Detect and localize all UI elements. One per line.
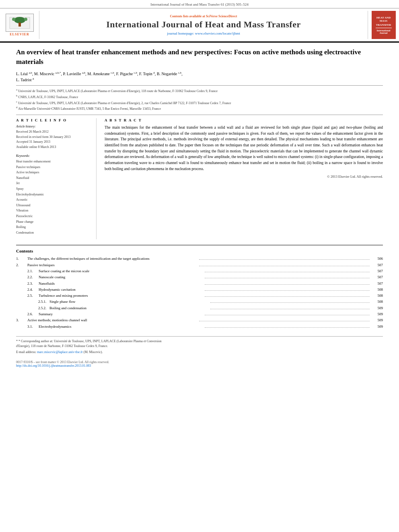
journal-right-logo: HEAT AND MASS TRANSFER International Jou… xyxy=(368,11,396,39)
kw-5: Jet xyxy=(16,181,91,186)
toc-label-2-3: Nanofluids xyxy=(39,281,204,287)
svg-point-3 xyxy=(12,18,15,21)
corr-author-label: * Corresponding author at: xyxy=(19,339,53,343)
toc-num-3: 3. xyxy=(16,317,27,323)
toc-page-2-5: 508 xyxy=(371,293,383,299)
toc-num-2-6: 2.6. xyxy=(27,311,39,317)
homepage-label: journal homepage: xyxy=(167,31,194,35)
svg-point-4 xyxy=(24,18,27,21)
abstract-column: A B S T R A C T The main techniques for … xyxy=(105,118,383,240)
elsevier-logo-image xyxy=(6,14,34,32)
toc-num-2-5-1: 2.5.1. xyxy=(38,299,49,305)
toc-dots-3-1 xyxy=(205,327,370,328)
abstract-text: The main techniques for the enhancement … xyxy=(105,125,383,172)
affil-c: c Université de Toulouse, UPS, INPT, LAP… xyxy=(16,100,383,106)
two-column-section: A R T I C L E I N F O Article history: R… xyxy=(16,115,383,240)
corresponding-author-note: * * Corresponding author at: Université … xyxy=(16,339,169,349)
journal-reference: International Journal of Heat and Mass T… xyxy=(0,0,399,8)
toc-dots-3 xyxy=(199,321,370,321)
article-info-title: A R T I C L E I N F O xyxy=(16,118,91,122)
article-history: Article history: Received 26 March 2012 … xyxy=(16,125,91,150)
right-logo-box: HEAT AND MASS TRANSFER International Jou… xyxy=(372,11,396,39)
toc-label-2-5-1: Single phase flow xyxy=(49,299,209,305)
toc-item-3: 3. Active methods; motionless channel wa… xyxy=(16,317,383,323)
toc-label-2-5: Turbulence and mixing promoters xyxy=(39,293,204,299)
kw-12: Phase change xyxy=(16,219,91,225)
toc-item-3-1: 3.1. Electrohydrodynamics 509 xyxy=(16,324,383,330)
toc-dots-2-6 xyxy=(205,315,370,315)
right-logo-sub: International Journal xyxy=(373,29,394,34)
kw-11: Piezoelectric xyxy=(16,214,91,219)
keywords-section: Keywords: Heat transfer enhancement Pass… xyxy=(16,154,91,235)
toc-label-2-1: Surface coating at the micron scale xyxy=(39,268,204,274)
toc-num-2-1: 2.1. xyxy=(27,268,39,274)
journal-homepage: journal homepage: www.elsevier.com/locat… xyxy=(167,31,240,35)
keywords-title: Keywords: xyxy=(16,154,91,158)
email-address[interactable]: marc.miscevic@laplace.univ-tlse.fr xyxy=(37,350,83,354)
affil-d: d Aix-Marseille Université-CNRS Laborato… xyxy=(16,105,383,111)
toc-dots-2-5-1 xyxy=(210,302,370,303)
toc-dots-2-1 xyxy=(205,272,370,272)
right-logo-text: HEAT AND MASS xyxy=(373,16,394,23)
elsevier-text: ELSEVIER xyxy=(10,33,29,36)
article-title: An overview of heat transfer enhancement… xyxy=(16,47,383,67)
sciverse-prefix: Contents lists available at xyxy=(170,14,206,18)
contents-section: Contents 1. The challenges, the differen… xyxy=(16,245,383,330)
toc-num-2-3: 2.3. xyxy=(27,281,39,287)
toc-item-2-5: 2.5. Turbulence and mixing promoters 508 xyxy=(16,293,383,299)
affil-a: a Université de Toulouse, UPS, INPT, LAP… xyxy=(16,88,383,94)
svg-point-1 xyxy=(14,17,25,23)
journal-ref-text: International Journal of Heat and Mass T… xyxy=(150,2,249,6)
keywords-list: Heat transfer enhancement Passive techni… xyxy=(16,159,91,235)
contents-title: Contents xyxy=(16,249,383,253)
toc-dots-2-5 xyxy=(205,296,370,297)
toc-dots-1 xyxy=(199,259,370,260)
toc-dots-2-3 xyxy=(205,284,370,285)
toc-item-2: 2. Passive techniques 507 xyxy=(16,262,383,268)
toc-num-1: 1. xyxy=(16,256,27,262)
toc-label-2-4: Hydrodynamic cavitation xyxy=(39,287,204,293)
svg-rect-2 xyxy=(19,23,21,27)
right-logo-divider xyxy=(376,28,392,28)
bottom-left: 0017-9310/$ – see front matter © 2013 El… xyxy=(16,360,109,368)
toc-label-3-1: Electrohydrodynamics xyxy=(39,324,204,330)
kw-1: Heat transfer enhancement xyxy=(16,159,91,164)
history-title: Article history: xyxy=(16,125,91,128)
available-date: Available online 8 March 2013 xyxy=(16,145,91,150)
homepage-url[interactable]: www.elsevier.com/locate/ijhmt xyxy=(195,31,240,35)
toc-page-1: 506 xyxy=(371,256,383,262)
toc-label-2: Passive techniques xyxy=(27,262,198,268)
toc-page-2-6: 509 xyxy=(371,311,383,317)
toc-num-2: 2. xyxy=(16,262,27,268)
toc-page-2-3: 507 xyxy=(371,281,383,287)
email-label: E-mail address: xyxy=(16,350,36,354)
toc-item-2-5-2: 2.5.2. Boiling and condensation 509 xyxy=(16,305,383,311)
toc-page-2-4: 508 xyxy=(371,287,383,293)
toc-item-2-3: 2.3. Nanofluids 507 xyxy=(16,281,383,287)
main-content: An overview of heat transfer enhancement… xyxy=(0,43,399,372)
kw-13: Boiling xyxy=(16,224,91,230)
toc-num-2-4: 2.4. xyxy=(27,287,39,293)
journal-center: Contents lists available at SciVerse Sci… xyxy=(43,11,364,39)
toc-num-2-5: 2.5. xyxy=(27,293,39,299)
toc-page-2-2: 507 xyxy=(371,274,383,280)
sciverse-line: Contents lists available at SciVerse Sci… xyxy=(170,14,237,18)
toc-page-2-5-2: 509 xyxy=(371,305,383,311)
toc-dots-2-5-2 xyxy=(210,309,370,309)
page: International Journal of Heat and Mass T… xyxy=(0,0,399,532)
kw-4: Nanofluid xyxy=(16,175,91,181)
toc-label-2-6: Summary xyxy=(39,311,204,317)
doi-link[interactable]: http://dx.doi.org/10.1016/j.ijheatmasstr… xyxy=(16,364,109,368)
kw-2: Passive techniques xyxy=(16,164,91,170)
sciverse-link[interactable]: SciVerse ScienceDirect xyxy=(206,14,237,18)
toc-label-2-5-2: Boiling and condensation xyxy=(49,305,209,311)
toc-dots-2-2 xyxy=(205,278,370,278)
email-note: E-mail address: marc.miscevic@laplace.un… xyxy=(16,350,169,355)
journal-title: International Journal of Heat and Mass T… xyxy=(106,19,300,30)
toc-num-2-5-2: 2.5.2. xyxy=(38,305,49,311)
toc-label-3: Active methods; motionless channel wall xyxy=(27,317,198,323)
toc-page-2-5-1: 508 xyxy=(371,299,383,305)
toc-dots-2 xyxy=(199,266,370,266)
toc-page-2-1: 507 xyxy=(371,268,383,274)
received-revised-date: Received in revised form 30 January 2013 xyxy=(16,135,91,140)
